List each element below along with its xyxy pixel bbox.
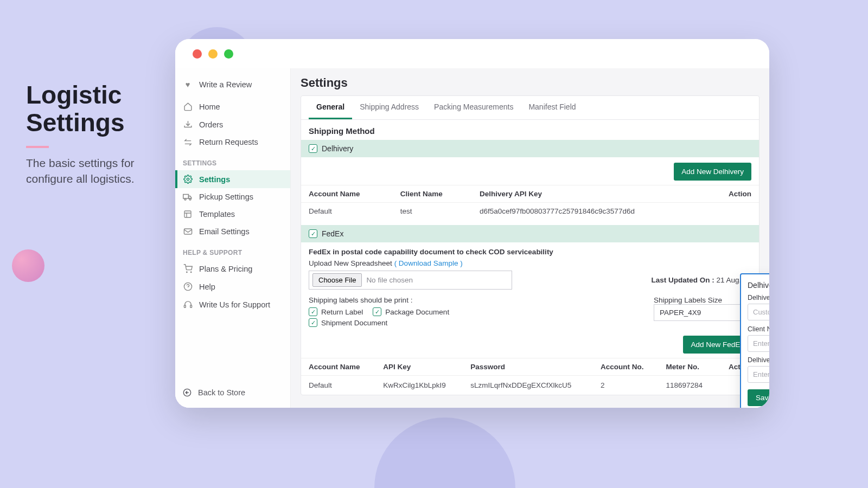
svg-rect-5 (184, 229, 192, 234)
svg-point-6 (186, 272, 187, 272)
back-to-store[interactable]: Back to Store (175, 380, 290, 408)
checkbox-icon (309, 307, 317, 316)
hero-subtitle: The basic settings for configure all log… (26, 156, 156, 187)
sidebar-item-templates[interactable]: Templates (175, 206, 290, 223)
sidebar-item-help[interactable]: Help (175, 278, 290, 296)
upload-label: Upload New Spreadsheet (309, 259, 392, 267)
sidebar-item-home[interactable]: Home (175, 98, 290, 115)
sidebar-item-label: Pickup Settings (199, 192, 253, 201)
tab-manifest[interactable]: Manifest Field (521, 96, 583, 119)
sidebar-item-label: Templates (199, 210, 235, 219)
account-name-input[interactable] (748, 304, 769, 320)
table-row: Default KwRxCilg1KbLpkI9 sLzmILqrfNxDDEg… (301, 376, 759, 395)
sidebar-item-support[interactable]: Write Us for Support (175, 296, 290, 313)
add-delhivery-button[interactable]: Add New Delhivery (674, 163, 751, 181)
sidebar-item-settings[interactable]: Settings (175, 170, 290, 188)
field-label-account: Delhivery Account Name (748, 294, 769, 301)
browser-window: ♥ Write a Review Home Orders Ret (175, 39, 769, 408)
cart-icon (183, 264, 193, 273)
fedex-header[interactable]: FedEx (301, 225, 759, 242)
sidebar-item-label: Return Requests (199, 138, 258, 146)
svg-point-7 (190, 272, 191, 272)
col-apikey: Delhivery API Key (472, 185, 707, 203)
last-updated-label: Last Updated On : (651, 276, 714, 284)
tab-shipping-address[interactable]: Shipping Address (352, 96, 426, 119)
hero-title: LogisticSettings (26, 81, 156, 136)
close-dot-icon[interactable] (193, 49, 202, 59)
fedex-checkbox[interactable] (309, 229, 317, 238)
fcol-account: Account Name (301, 358, 375, 376)
settings-card: General Shipping Address Packing Measure… (301, 95, 760, 395)
col-account: Account Name (301, 185, 393, 203)
delhivery-settings-popover: Delhivery Settings ✕ Delhivery Account N… (740, 273, 769, 408)
sidebar-item-label: Write Us for Support (199, 300, 270, 309)
tab-packing[interactable]: Packing Measurements (426, 96, 521, 119)
sidebar-item-label: Write a Review (199, 80, 252, 89)
svg-rect-1 (183, 195, 189, 199)
file-status: No file chosen (366, 276, 413, 284)
sidebar-item-label: Orders (199, 120, 223, 129)
gear-icon (183, 175, 193, 184)
heart-icon: ♥ (183, 80, 193, 89)
sidebar-section-settings: SETTINGS (175, 151, 290, 170)
delhivery-table: Account Name Client Name Delhivery API K… (301, 185, 759, 220)
fedex-table: Account Name API Key Password Account No… (301, 358, 759, 395)
hero-divider (26, 146, 49, 148)
client-name-input[interactable] (748, 335, 769, 352)
sidebar-item-plans[interactable]: Plans & Pricing (175, 260, 290, 278)
sidebar: ♥ Write a Review Home Orders Ret (175, 68, 291, 408)
fcol-acct: Account No. (593, 358, 658, 376)
template-icon (183, 210, 193, 219)
sidebar-section-support: HELP & SUPPORT (175, 240, 290, 260)
check-return-label[interactable]: Return Label (309, 307, 363, 316)
sidebar-item-email[interactable]: Email Settings (175, 223, 290, 240)
fedex-doc-title: FedEx in postal code capability document… (309, 248, 751, 256)
sidebar-write-review[interactable]: ♥ Write a Review (175, 76, 290, 93)
fedex-label: FedEx (322, 229, 343, 238)
sidebar-item-label: Email Settings (199, 227, 250, 236)
choose-file-button[interactable]: Choose File (312, 273, 362, 287)
svg-rect-4 (184, 211, 191, 217)
field-label-client: Client Name * ? (748, 325, 769, 333)
sidebar-item-label: Settings (199, 175, 230, 184)
delhivery-checkbox[interactable] (309, 144, 317, 153)
sidebar-item-orders[interactable]: Orders (175, 115, 290, 133)
labels-size-select[interactable]: PAPER_4X9 (654, 304, 741, 321)
svg-point-0 (187, 178, 189, 180)
browser-traffic-lights (175, 39, 769, 68)
popover-title: Delhivery Settings (748, 281, 769, 290)
fcol-meter: Meter No. (658, 358, 716, 376)
sidebar-item-returns[interactable]: Return Requests (175, 133, 290, 151)
tabs: General Shipping Address Packing Measure… (301, 96, 759, 120)
checkbox-icon (373, 307, 381, 316)
svg-point-3 (189, 198, 191, 200)
file-input[interactable]: Choose File No file chosen (309, 271, 512, 290)
labels-print-label: Shipping labels should be print : (309, 296, 641, 304)
section-shipping-method: Shipping Method (301, 120, 759, 140)
minimize-dot-icon[interactable] (208, 49, 218, 59)
save-button[interactable]: Save (748, 389, 769, 406)
table-row: Default test d6f5a0cef97fb00803777c25791… (301, 203, 759, 220)
delhivery-header[interactable]: Delhivery (301, 140, 759, 157)
page-title: Settings (301, 76, 760, 90)
labels-size-label: Shipping Labels Size (654, 296, 751, 304)
back-label: Back to Store (198, 388, 245, 397)
main-panel: Settings General Shipping Address Packin… (291, 68, 769, 408)
help-icon (183, 282, 193, 291)
tab-general[interactable]: General (309, 96, 352, 119)
check-shipment-doc[interactable]: Shipment Document (309, 318, 387, 327)
fcol-pwd: Password (463, 358, 593, 376)
sidebar-item-pickup[interactable]: Pickup Settings (175, 188, 290, 206)
mail-icon (183, 228, 193, 235)
col-client: Client Name (393, 185, 472, 203)
hero-block: LogisticSettings The basic settings for … (26, 81, 156, 187)
download-sample-link[interactable]: ( Download Sample ) (394, 259, 463, 267)
check-package-doc[interactable]: Package Document (373, 307, 449, 316)
orders-icon (183, 120, 193, 129)
app-shell: ♥ Write a Review Home Orders Ret (175, 68, 769, 408)
maximize-dot-icon[interactable] (224, 49, 233, 59)
sidebar-item-label: Home (199, 102, 220, 111)
svg-rect-9 (184, 305, 186, 307)
headset-icon (183, 300, 193, 309)
api-key-input[interactable] (748, 366, 769, 383)
